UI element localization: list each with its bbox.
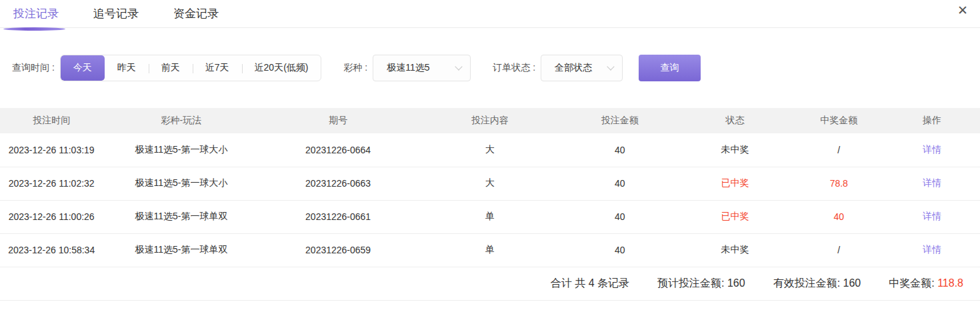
time-option-yesterday[interactable]: 昨天: [105, 55, 149, 81]
tab-label: 资金记录: [173, 7, 219, 20]
bet-amount: 40: [563, 233, 676, 267]
order-status-select[interactable]: 全部状态: [541, 55, 623, 81]
tab-fund-records[interactable]: 资金记录: [173, 6, 219, 29]
bet-time: 2023-12-26 10:58:34: [0, 233, 103, 267]
win-amount: 78.8: [794, 167, 884, 200]
col-header-bet-content: 投注内容: [417, 108, 564, 133]
table-row: 2023-12-26 11:00:26 极速11选5-第一球单双 2023122…: [0, 200, 980, 233]
bet-time: 2023-12-26 11:02:32: [0, 167, 103, 200]
active-tab-underline: [3, 27, 65, 31]
time-filter-label: 查询时间 :: [12, 62, 55, 74]
detail-link[interactable]: 详情: [923, 177, 941, 188]
tab-label: 投注记录: [13, 7, 59, 20]
valid-bet-amount: 有效投注金额: 160: [773, 277, 861, 291]
col-header-bet-amount: 投注金额: [563, 108, 676, 133]
record-count: 合计 共 4 条记录: [551, 277, 629, 291]
table-row: 2023-12-26 10:58:34 极速11选5-第一球单双 2023122…: [0, 233, 980, 267]
filter-row: 查询时间 : 今天 昨天 前天 近7天 近20天(低频) 彩种 : 极速11选5…: [12, 55, 980, 81]
expected-bet-amount: 预计投注金额: 160: [657, 277, 745, 291]
tab-chase-records[interactable]: 追号记录: [93, 6, 139, 29]
detail-link[interactable]: 详情: [923, 244, 941, 255]
detail-link[interactable]: 详情: [923, 211, 941, 221]
col-header-bet-time: 投注时间: [0, 108, 103, 133]
time-option-today[interactable]: 今天: [61, 55, 105, 81]
issue-number: 20231226-0664: [260, 133, 417, 167]
table-header-row: 投注时间 彩种-玩法 期号 投注内容 投注金额 状态 中奖金额 操作: [0, 108, 980, 133]
chevron-down-icon: [455, 63, 463, 70]
bet-amount: 40: [563, 200, 676, 233]
win-amount: 40: [794, 200, 884, 233]
status-badge: 未中奖: [676, 133, 793, 167]
tab-label: 追号记录: [93, 7, 139, 20]
lottery-play: 极速11选5-第一球大小: [103, 133, 259, 167]
win-amount-value: 118.8: [937, 277, 963, 289]
issue-number: 20231226-0663: [260, 167, 417, 200]
order-status-label: 订单状态 :: [493, 62, 535, 74]
bet-records-table: 投注时间 彩种-玩法 期号 投注内容 投注金额 状态 中奖金额 操作 2023-…: [0, 108, 980, 267]
tab-bar: 投注记录 追号记录 资金记录 ✕: [0, 0, 980, 28]
time-option-day-before[interactable]: 前天: [149, 55, 193, 81]
chevron-down-icon: [607, 63, 614, 70]
bet-time: 2023-12-26 11:00:26: [0, 200, 103, 233]
status-badge: 未中奖: [676, 233, 793, 267]
issue-number: 20231226-0661: [260, 200, 417, 233]
status-badge: 已中奖: [676, 167, 793, 200]
lottery-select-value: 极速11选5: [387, 62, 429, 74]
bet-content: 大: [417, 167, 564, 200]
bet-content: 大: [417, 133, 564, 167]
status-badge: 已中奖: [676, 200, 793, 233]
summary-row: 合计 共 4 条记录 预计投注金额: 160 有效投注金额: 160 中奖金额:…: [0, 267, 980, 301]
lottery-filter-label: 彩种 :: [343, 62, 367, 74]
lottery-play: 极速11选5-第一球单双: [103, 200, 259, 233]
close-icon[interactable]: ✕: [957, 4, 968, 17]
lottery-play: 极速11选5-第一球单双: [103, 233, 259, 267]
win-amount: /: [794, 133, 884, 167]
bet-time: 2023-12-26 11:03:19: [0, 133, 103, 167]
detail-link[interactable]: 详情: [923, 144, 941, 155]
search-button[interactable]: 查询: [639, 55, 701, 81]
lottery-select[interactable]: 极速11选5: [373, 55, 471, 81]
col-header-issue: 期号: [260, 108, 417, 133]
table-row: 2023-12-26 11:02:32 极速11选5-第一球大小 2023122…: [0, 167, 980, 200]
lottery-play: 极速11选5-第一球大小: [103, 167, 259, 200]
table-row: 2023-12-26 11:03:19 极速11选5-第一球大小 2023122…: [0, 133, 980, 167]
col-header-win-amount: 中奖金额: [794, 108, 884, 133]
order-status-value: 全部状态: [555, 62, 592, 74]
tab-bet-records[interactable]: 投注记录: [13, 6, 59, 29]
time-option-7days[interactable]: 近7天: [193, 55, 242, 81]
bet-content: 单: [417, 200, 564, 233]
bet-content: 单: [417, 233, 564, 267]
total-win-amount: 中奖金额: 118.8: [889, 277, 963, 291]
col-header-action: 操作: [884, 108, 980, 133]
col-header-lottery-play: 彩种-玩法: [103, 108, 259, 133]
issue-number: 20231226-0659: [260, 233, 417, 267]
bet-amount: 40: [563, 167, 676, 200]
col-header-status: 状态: [676, 108, 793, 133]
time-range-group: 今天 昨天 前天 近7天 近20天(低频): [60, 55, 322, 81]
time-option-20days[interactable]: 近20天(低频): [242, 55, 321, 81]
win-amount: /: [794, 233, 884, 267]
bet-amount: 40: [563, 133, 676, 167]
